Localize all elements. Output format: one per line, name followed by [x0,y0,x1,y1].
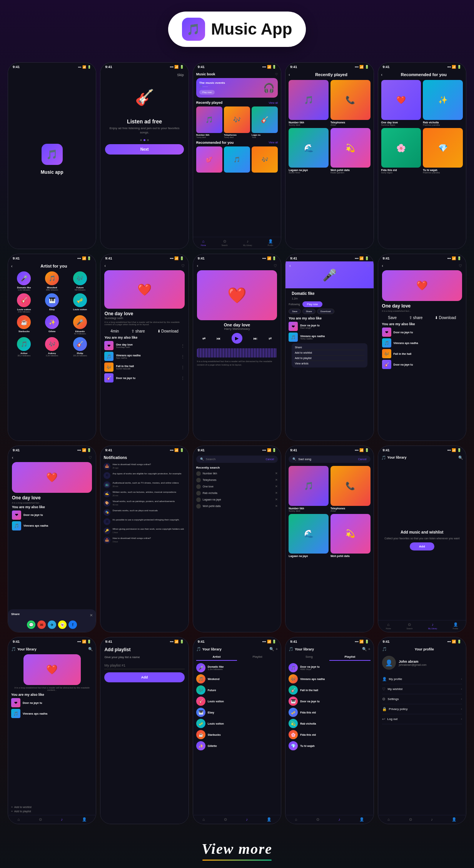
nav-library[interactable]: ♪ [61,817,63,821]
heart-icon[interactable]: ♡ [181,264,185,268]
telegram-icon[interactable]: ✈ [48,620,56,629]
share-btn[interactable]: ⇧ share [409,316,423,320]
song-card-3[interactable]: 🎸 Lage na Artist [252,106,278,138]
result-2[interactable]: 📞 Telephones Artist [330,466,371,512]
song-item-1[interactable]: 🎵 Number likh Sunny deol [289,80,329,126]
similar-2[interactable]: 🎵 Vimrans aps nadha [11,709,93,718]
artist-3[interactable]: 🎶 Future 5M followers [67,271,93,291]
music-banner[interactable]: The music events 🎵 ~~~~ Play now 🎧 [196,78,278,98]
heart-icon[interactable]: ♡ [459,264,462,268]
prev-btn[interactable]: ⏮ [217,336,220,341]
playlist-name-input[interactable] [104,662,184,669]
nav-profile[interactable]: 👤 [359,817,364,821]
playlist-item-6[interactable]: 💫 Rab vicholla [289,719,370,728]
similar-3[interactable]: 🎶 Fall in the hall [382,349,462,358]
artist-8[interactable]: ✨ Gillete [39,315,65,335]
nav-profile[interactable]: 👤 [82,817,87,821]
lib-artist-2[interactable]: 🎵 Weekend [196,674,278,683]
rec-item-3[interactable]: 🌸 Fida this eid Sony lagos [381,128,421,174]
similar-2[interactable]: 🎵 Vimrans aps nadha [382,338,462,348]
rec-item-1[interactable]: ❤️ One day love Summa lagos [381,80,421,126]
remove-recent[interactable]: ✕ [275,498,278,501]
search-input[interactable] [298,457,356,461]
result-1[interactable]: 🎵 Number likh Sunny deol [289,466,329,512]
tab-playlist[interactable]: Playlist [237,653,278,661]
rec-card-2[interactable]: 🎵 [224,146,250,173]
remove-recent[interactable]: ✕ [275,472,278,475]
nav-library[interactable]: ♪ [431,817,433,821]
search-icon[interactable]: 🔍 [88,647,93,651]
remove-recent[interactable]: ✕ [275,491,278,495]
nav-home[interactable]: ⌂ [18,817,20,821]
rec-card-3[interactable]: 🎶 [252,146,278,173]
song-item-2[interactable]: 📞 Telephones Artist [330,80,371,126]
recent-item-6[interactable]: Woh pehli dafa ✕ [196,504,278,509]
nav-library[interactable]: ♪My Library [428,622,437,630]
playlist-item-2[interactable]: 🎶 Vimrans aps nadha [289,674,370,683]
artist-11[interactable]: 🎶 Aubrey 3.2m followers [39,337,65,357]
whatsapp-icon[interactable]: 💬 [27,620,35,629]
time-btn[interactable]: 4min [110,329,119,333]
playlist-menu-item[interactable]: Add to playlist [295,356,364,361]
menu-my-profile[interactable]: 👤 My profile › [382,674,462,684]
similar-1[interactable]: ❤ Door na jaye tu Ravi singh [289,322,370,331]
cancel-button[interactable]: Cancel [358,458,367,461]
view-all-recently[interactable]: View all [269,101,278,104]
nav-home[interactable]: ⌂ [202,817,205,821]
nav-home[interactable]: ⌂Home [201,239,206,246]
artist-9[interactable]: 🎤 Eduardo 40.4 followers [67,315,93,335]
recent-item-2[interactable]: Telephones ✕ [196,478,278,482]
share-btn[interactable]: Share [302,309,315,314]
back-button[interactable]: ‹ [289,264,290,268]
facebook-icon[interactable]: f [68,620,77,629]
view-all-recommended[interactable]: View all [269,141,278,144]
nav-home[interactable]: ⌂ [387,817,390,821]
playlist-item-5[interactable]: 🎺 Fida this eid [289,708,370,717]
gmail-icon[interactable]: ✉ [37,620,46,629]
tab-artist[interactable]: Artist [196,653,237,661]
back-button[interactable]: ‹ [381,73,382,77]
nav-search[interactable]: ⊙Search [222,239,228,246]
artist-7[interactable]: ☕ Starbucks [11,315,37,335]
nav-profile[interactable]: 👤 [267,817,271,821]
tab-song[interactable]: Song [289,653,329,661]
next-button[interactable]: Next [105,144,184,155]
lib-artist-3[interactable]: 🎶 Future [196,685,278,695]
share-btn[interactable]: ⇧ share [131,329,145,333]
add-button[interactable]: Add [410,542,434,550]
repeat-btn[interactable]: ⇌ [269,336,272,341]
save-btn[interactable]: Save [289,309,301,314]
similar-2[interactable]: 🎵 Vimrans aps nadha Tomy sadhu [289,333,370,342]
artist-5[interactable]: 🎹 Ebay [39,293,65,313]
nav-home[interactable]: ⌂ [295,817,297,821]
snapchat-icon[interactable]: 👻 [58,620,67,629]
time-btn[interactable]: Save [388,316,397,320]
recent-item-3[interactable]: One love ✕ [196,484,278,489]
heart-icon[interactable]: ♡ [274,264,277,268]
skip-button[interactable]: Skip [177,73,184,77]
play-now-button[interactable]: Play now [199,90,215,95]
share-menu-item[interactable]: Share [295,345,364,350]
nav-home[interactable]: ⌂Home [386,622,391,630]
add-playlist-btn[interactable]: Add [104,672,184,682]
nav-library[interactable]: ♪ [339,817,340,821]
artist-2[interactable]: 🎵 Wsocked 396k followers [39,271,65,291]
menu-logout[interactable]: ↩ Log out › [382,714,462,724]
remove-recent[interactable]: ✕ [275,504,278,508]
song-item-3[interactable]: 🌊 Lagaan na jaye Sumit 4min [289,128,329,174]
menu-my-wishlist[interactable]: ♡ My wishlist › [382,684,462,694]
back-button[interactable]: ‹ [382,264,383,268]
add-icon[interactable]: + [368,647,371,651]
back-button[interactable]: ‹ [104,264,105,268]
play-now-btn[interactable]: Play now [302,301,322,307]
nav-profile[interactable]: 👤Profile [268,239,273,246]
nav-profile[interactable]: 👤Profile [453,622,458,630]
add-to-playlist[interactable]: Add to playlist [14,810,31,813]
playlist-item-1[interactable]: 🎵 Door na jaye tu 4000 Vriya [289,663,370,672]
search-icon[interactable]: 🔍 [362,647,367,651]
close-icon[interactable]: ✕ [90,613,93,617]
nav-search[interactable]: ⊙ [409,817,412,821]
artist-6[interactable]: 🎺 Louis vutton [67,293,93,313]
artist-1[interactable]: 🎤 Domatic fike 1.2m followers [11,271,37,291]
nav-library[interactable]: ♪ [246,817,248,821]
